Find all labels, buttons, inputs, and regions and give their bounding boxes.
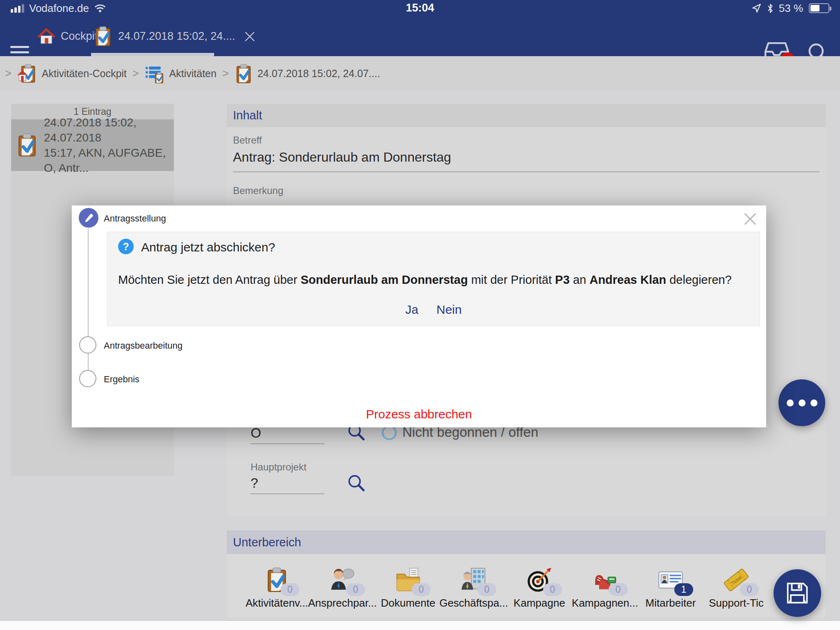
- subarea-item-geschaeftspartner[interactable]: 0 Geschäftspa...: [441, 567, 507, 609]
- carrier-label: Vodafone.de: [29, 2, 89, 15]
- subarea-item-label: Kampagnen...: [572, 597, 638, 609]
- status-radio[interactable]: [382, 425, 397, 440]
- count-badge: 0: [281, 583, 299, 596]
- cell-signal-icon: [11, 4, 24, 13]
- subarea-item-dokumente[interactable]: 0 Dokumente: [375, 567, 441, 609]
- clipboard-check-icon: [16, 133, 38, 157]
- dialog-buttons: Ja Nein: [107, 303, 760, 317]
- dialog-question-card: ? Antrag jetzt abschicken? Möchten Sie j…: [107, 232, 760, 326]
- yes-button[interactable]: Ja: [405, 303, 418, 317]
- list-item-selected[interactable]: 24.07.2018 15:02, 24.07.201815:17, AKN, …: [11, 119, 174, 171]
- battery-icon: [809, 3, 829, 13]
- no-button[interactable]: Nein: [436, 303, 462, 317]
- chevron-right-icon: >: [132, 67, 139, 80]
- subarea-item-label: Geschäftspa...: [439, 597, 508, 609]
- location-icon: [751, 3, 762, 14]
- message-delegate: Andreas Klan: [589, 273, 666, 286]
- breadcrumb-item-record[interactable]: 24.07.2018 15:02, 24.07....: [235, 64, 380, 84]
- tab-active-indicator: [91, 53, 214, 56]
- clock-label: 15:04: [406, 2, 434, 14]
- more-ellipsis-icon: [787, 399, 794, 406]
- subarea-item-aktivitaeten[interactable]: 0 Aktivitätenv...: [244, 567, 310, 609]
- subarea-item-kampagnen[interactable]: 0 Kampagnen...: [572, 567, 638, 609]
- step-label-antragsbearbeitung: Antragsbearbeitung: [104, 340, 183, 351]
- step-pending-circle: [79, 370, 96, 387]
- step-current-circle: [79, 208, 98, 228]
- count-badge: 1: [674, 583, 693, 596]
- clipboard-check-icon: [235, 64, 253, 84]
- subarea-item-label: Support-Tic: [709, 597, 763, 609]
- count-badge: 0: [412, 583, 431, 596]
- step-label-ergebnis: Ergebnis: [104, 374, 139, 385]
- subarea-item-mitarbeiter[interactable]: 1 Mitarbeiter: [638, 567, 703, 609]
- chevron-right-icon: >: [222, 67, 229, 80]
- save-floppy-icon: [784, 580, 810, 606]
- bluetooth-icon: [767, 3, 774, 14]
- message-priority: P3: [555, 273, 569, 286]
- breadcrumb: > Aktivitäten-Cockpit > Aktivitäten > 24…: [0, 56, 840, 91]
- dialog-message: Möchten Sie jetzt den Antrag über Sonder…: [118, 272, 747, 288]
- subarea-item-kampagne[interactable]: 0 Kampagne: [507, 567, 572, 609]
- hauptprojekt-search-icon[interactable]: [347, 474, 365, 493]
- status-field[interactable]: O: [251, 425, 324, 444]
- cockpit-label: Cockpit: [61, 30, 98, 43]
- pencil-icon: [83, 212, 94, 224]
- bottom-bar: [0, 621, 840, 630]
- step-label-antragsstellung: Antragsstellung: [104, 213, 166, 224]
- subarea-icon-row: 0 Aktivitätenv... 0 Ansprechpar... 0 Dok…: [227, 554, 826, 609]
- save-button[interactable]: [774, 569, 821, 617]
- cancel-process-button[interactable]: Prozess abbrechen: [72, 407, 766, 421]
- wifi-icon: [94, 3, 106, 13]
- count-badge: 0: [477, 583, 496, 596]
- subarea-item-label: Mitarbeiter: [646, 597, 696, 609]
- dialog-close-icon[interactable]: [743, 212, 757, 226]
- subarea-panel: Unterbereich 0 Aktivitätenv... 0 Ansprec…: [227, 530, 826, 618]
- breadcrumb-label: Aktivitäten: [169, 68, 217, 80]
- clipboard-check-icon: [94, 26, 112, 47]
- home-icon: [38, 28, 55, 45]
- chevron-right-icon: >: [5, 67, 11, 80]
- tab-close-icon[interactable]: [244, 31, 256, 42]
- breadcrumb-label: Aktivitäten-Cockpit: [42, 68, 127, 80]
- subarea-item-label: Ansprechpar...: [308, 597, 377, 609]
- battery-percent-label: 53 %: [779, 2, 803, 15]
- list-item-text: 24.07.2018 15:02, 24.07.201815:17, AKN, …: [44, 115, 169, 176]
- message-subject: Sonderurlaub am Donnerstag: [301, 273, 468, 286]
- status-bar: Vodafone.de 15:04 53 %: [0, 0, 840, 16]
- subarea-item-ansprechpartner[interactable]: 0 Ansprechpar...: [310, 567, 375, 609]
- clipboard-home-icon: [17, 64, 37, 84]
- count-badge: 0: [346, 583, 365, 596]
- hauptprojekt-field[interactable]: ?: [251, 475, 324, 494]
- tab-title: 24.07.2018 15:02, 24....: [118, 30, 235, 43]
- betreff-field[interactable]: Antrag: Sonderurlaub am Donnerstag: [233, 150, 819, 172]
- count-badge: 0: [543, 583, 562, 596]
- subarea-item-label: Kampagne: [514, 597, 565, 609]
- list-clipboard-icon: [145, 64, 164, 84]
- nav-cockpit-button[interactable]: Cockpit: [38, 16, 98, 56]
- subarea-item-support-tickets[interactable]: 0 Support-Tic: [703, 567, 769, 609]
- tab-active-record[interactable]: 24.07.2018 15:02, 24....: [94, 16, 256, 56]
- bemerkung-label: Bemerkung: [233, 185, 283, 196]
- more-actions-button[interactable]: [778, 379, 825, 426]
- nav-bar: Cockpit 24.07.2018 15:02, 24.... 6: [0, 16, 840, 56]
- question-icon: ?: [118, 239, 134, 254]
- hauptprojekt-label: Hauptprojekt: [251, 461, 306, 473]
- dialog-question-title: Antrag jetzt abschicken?: [141, 240, 275, 254]
- betreff-label: Betreff: [233, 135, 262, 146]
- section-header-inhalt: Inhalt: [227, 104, 826, 127]
- count-badge: 0: [609, 583, 628, 596]
- subarea-item-label: Aktivitätenv...: [246, 597, 308, 609]
- process-dialog: Antragsstellung ? Antrag jetzt abschicke…: [72, 205, 766, 427]
- section-header-unterbereich: Unterbereich: [227, 530, 826, 554]
- breadcrumb-item-aktivitaeten[interactable]: Aktivitäten: [145, 64, 217, 84]
- count-badge: 0: [740, 583, 759, 596]
- step-pending-circle: [79, 336, 96, 354]
- breadcrumb-item-cockpit[interactable]: Aktivitäten-Cockpit: [17, 64, 127, 84]
- breadcrumb-label: 24.07.2018 15:02, 24.07....: [258, 68, 380, 80]
- subarea-item-label: Dokumente: [381, 597, 436, 609]
